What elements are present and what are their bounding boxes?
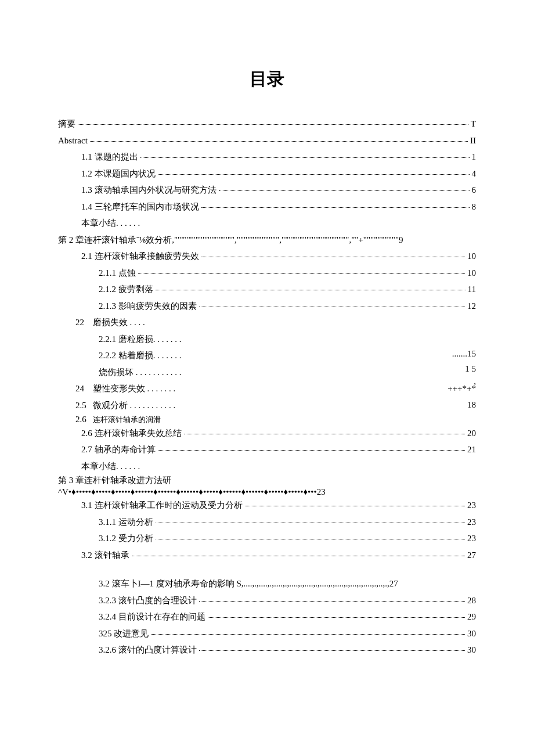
toc-entry: 1.4 三轮摩托车的国内市场状况8 [58,200,476,215]
toc-chapter-heading: 第 2 章连杆滚针轴承ˆ⅛效分析,""""""""""""""""","""""… [58,233,476,248]
toc-entry: 22 磨损失效 . . . . [58,315,476,330]
toc-entry: 3.2 滚车卜I—1 度对轴承寿命的影响 S,....,.,....,.,...… [58,577,476,592]
toc-entry: 3.2.4 目前设计在存在的问题29 [58,610,476,625]
toc-page-number: 10 [467,266,476,281]
toc-label: 2.6 连杆滚针轴承失效总结 [81,426,182,441]
toc-leader-dots [158,450,466,451]
toc-label: 1.2 本课题国内状况 [81,167,156,182]
toc-entry: 2.6 连杆滚针轴承的润滑 [58,415,476,424]
toc-entry: 3.1 连杆滚针轴承工作时的运动及受力分析23 [58,498,476,513]
toc-page-number: 11 [468,282,476,297]
page-title: 目录 [58,64,476,93]
toc-leader-dots [140,157,470,158]
toc-page-number: 23 [467,531,476,546]
toc-entry: 2.2.1 磨粒磨损. . . . . . . [58,332,476,347]
toc-page-number: 23 [467,515,476,530]
toc-page-number: 30 [467,627,476,642]
toc-page-number: 8 [472,200,477,215]
toc-leader-dots [199,307,465,307]
toc-entry: 本章小结. . . . . . [58,216,476,231]
toc-leader-dots [138,273,465,274]
toc-label: 3.2.3 滚针凸度的合理设计 [99,593,197,609]
toc-page-number: 6 [472,183,477,198]
toc-entry: AbstractII [58,134,476,149]
toc-label: 2.7 轴承的寿命计算 [81,442,156,458]
toc-entry: 2.1 连杆滚针轴承接触疲劳失效10 [58,249,476,264]
toc-label: 1.3 滚动轴承国内外状况与研究方法 [81,183,217,198]
toc-leader-dots [90,141,468,142]
toc-leader-dots [199,650,465,651]
toc-page-number: 18 [467,399,476,410]
toc-label: 3.1.1 运动分析 [99,515,153,530]
toc-entry: 3.2.3 滚针凸度的合理设计28 [58,593,476,609]
toc-entry: 3.1.2 受力分析23 [58,531,476,546]
toc-entry: 2.1.3 影响疲劳失效的因素12 [58,299,476,314]
toc-label: 2.1.1 点蚀 [99,266,136,281]
toc-leader-dots [78,124,468,125]
toc-leader-dots [158,174,470,175]
toc-leader-dots [199,601,465,602]
toc-label: 3.2.4 目前设计在存在的问题 [99,610,205,625]
toc-label: 325 改进意见 [99,627,149,642]
toc-entry: 烧伤损坏 . . . . . . . . . . . [58,365,476,380]
toc-entry: 3.2 滚针轴承27 [58,548,476,563]
toc-page-number: 1 5 [465,363,476,374]
toc-leader-dots [156,523,465,523]
toc-page-number: +++*+* [448,383,476,394]
toc-entry: 摘要T [58,117,476,132]
toc-page-number: 23 [467,498,476,513]
toc-page-number: 27 [467,548,476,563]
toc-chapter-heading: 第 3 章连杆针轴承改进方法研 [58,476,476,485]
toc-label: 2.1.3 影响疲劳失效的因素 [99,299,197,314]
toc-page-number: 28 [467,593,476,609]
toc-entry: 本章小结. . . . . . [58,459,476,474]
toc-page-number: 30 [467,643,476,658]
toc-entry: 1.2 本课题国内状况4 [58,167,476,182]
toc-entry: 2.2.2 粘着磨损. . . . . . . [58,348,476,363]
toc-leader-dots [201,207,470,208]
toc-leader-dots [201,257,466,257]
toc-leader-dots [156,290,466,290]
table-of-contents: 摘要TAbstractII1.1 课题的提出11.2 本课题国内状况41.3 滚… [58,117,476,658]
toc-leader-dots [156,539,465,539]
toc-leader-dots [219,190,470,191]
toc-leader-dots [184,434,466,434]
toc-entry: 3.2.6 滚针的凸度计算设计30 [58,643,476,658]
toc-entry: 2.1.2 疲劳剥落11 [58,282,476,297]
toc-page-number: II [470,134,476,149]
toc-label: 1.4 三轮摩托车的国内市场状况 [81,200,199,215]
toc-page-number: 4 [472,167,477,182]
toc-label: 摘要 [58,117,75,132]
toc-label: Abstract [58,134,88,149]
toc-entry: 2.5 微观分析 . . . . . . . . . . . [58,398,476,413]
toc-label: 3.1 连杆滚针轴承工作时的运动及受力分析 [81,498,243,513]
toc-label: 1.1 课题的提出 [81,150,138,165]
toc-page-number: 29 [467,610,476,625]
toc-entry: 2.7 轴承的寿命计算21 [58,442,476,458]
toc-page-number: 21 [467,442,476,458]
toc-label: 3.1.2 受力分析 [99,531,153,546]
toc-leader-dots [151,634,465,635]
toc-entry: 2.1.1 点蚀10 [58,266,476,281]
toc-page-number: 10 [467,249,476,264]
toc-chapter-heading: ^V•♦•••••♦•••••♦•••••♦••••••♦••••••♦••••… [58,487,476,497]
toc-page-number: 20 [467,426,476,441]
toc-entry: 24 塑性变形失效 . . . . . . . [58,381,476,397]
toc-label: 2.1.2 疲劳剥落 [99,282,153,297]
toc-label: 2.1 连杆滚针轴承接触疲劳失效 [81,249,199,264]
toc-entry: 2.6 连杆滚针轴承失效总结20 [58,426,476,441]
toc-page-number: 12 [467,299,476,314]
toc-entry: 325 改进意见30 [58,627,476,642]
toc-page-number: T [471,117,476,132]
toc-leader-dots [208,617,465,618]
toc-entry: 1.1 课题的提出1 [58,150,476,165]
toc-entry: 3.1.1 运动分析23 [58,515,476,530]
toc-label: 3.2.6 滚针的凸度计算设计 [99,643,197,658]
toc-leader-dots [245,506,466,506]
toc-entry: 1.3 滚动轴承国内外状况与研究方法6 [58,183,476,198]
toc-page-number: .......15 [452,348,476,359]
toc-leader-dots [132,556,466,556]
toc-page-number: 1 [472,150,477,165]
toc-label: 3.2 滚针轴承 [81,548,129,563]
